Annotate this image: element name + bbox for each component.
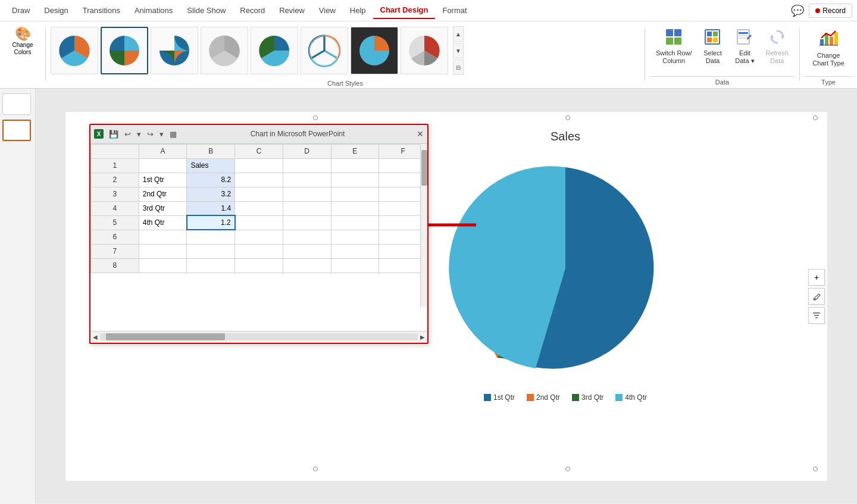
slide-thumbnail-2[interactable]: [2, 120, 31, 141]
cell-7c[interactable]: [235, 244, 283, 258]
tab-slideshow[interactable]: Slide Show: [180, 2, 233, 18]
excel-scroll-left-arrow[interactable]: ◀: [93, 334, 98, 340]
cell-8b[interactable]: [187, 258, 235, 273]
pie-chart[interactable]: [446, 149, 684, 387]
slide-thumbnail-1[interactable]: [2, 93, 31, 115]
cell-2a[interactable]: 1st Qtr: [139, 173, 187, 187]
tab-transitions[interactable]: Transitions: [76, 2, 127, 18]
cell-2c[interactable]: [235, 173, 283, 187]
cell-3e[interactable]: [331, 187, 379, 201]
cell-1c[interactable]: [235, 158, 283, 173]
cell-7a[interactable]: [139, 244, 187, 258]
cell-1b[interactable]: Sales: [187, 158, 235, 173]
gallery-more-arrow[interactable]: ⊟: [453, 60, 464, 75]
change-chart-type-button[interactable]: ChangeChart Type: [808, 26, 849, 70]
cell-7b[interactable]: [187, 244, 235, 258]
cell-3c[interactable]: [235, 187, 283, 201]
row-6-header: 6: [91, 230, 139, 244]
excel-redo-icon[interactable]: ↪: [145, 129, 155, 139]
cell-4d[interactable]: [283, 201, 331, 215]
edit-data-button[interactable]: EditData ▾: [730, 26, 759, 67]
cell-5a[interactable]: 4th Qtr: [139, 215, 187, 230]
cell-3a[interactable]: 2nd Qtr: [139, 187, 187, 201]
tab-view[interactable]: View: [312, 2, 343, 18]
chart-style-4[interactable]: [201, 27, 248, 74]
cell-4b[interactable]: 1.4: [187, 201, 235, 215]
excel-scrollbar-vertical[interactable]: [420, 144, 427, 307]
cell-1d[interactable]: [283, 158, 331, 173]
cell-4e[interactable]: [331, 201, 379, 215]
chat-icon[interactable]: 💬: [791, 4, 804, 17]
filter-button[interactable]: [808, 307, 825, 324]
cell-7d[interactable]: [283, 244, 331, 258]
col-header-c[interactable]: C: [235, 144, 283, 158]
col-header-e[interactable]: E: [331, 144, 379, 158]
cell-2b[interactable]: 8.2: [187, 173, 235, 187]
record-button[interactable]: Record: [809, 4, 852, 18]
chart-style-7[interactable]: [351, 27, 398, 74]
chart-style-2[interactable]: [101, 27, 148, 74]
add-element-button[interactable]: +: [808, 269, 825, 286]
cell-6b[interactable]: [187, 230, 235, 244]
tab-design[interactable]: Design: [37, 2, 75, 18]
cell-4c[interactable]: [235, 201, 283, 215]
cell-8d[interactable]: [283, 258, 331, 273]
col-header-b[interactable]: B: [187, 144, 235, 158]
excel-table-container: A B C D E F 1 S: [90, 144, 427, 331]
tab-animations[interactable]: Animations: [127, 2, 180, 18]
legend-item-3rd-qtr: 3rd Qtr: [572, 393, 603, 402]
excel-scroll-right-arrow[interactable]: ▶: [420, 334, 425, 340]
svg-rect-14: [739, 32, 748, 34]
tab-help[interactable]: Help: [343, 2, 373, 18]
excel-undo-icon[interactable]: ↩: [123, 129, 133, 139]
cell-1a[interactable]: [139, 158, 187, 173]
cell-3b[interactable]: 3.2: [187, 187, 235, 201]
excel-close-button[interactable]: ✕: [417, 129, 424, 139]
chart-style-5[interactable]: [251, 27, 298, 74]
excel-scrollbar-horizontal[interactable]: [100, 333, 418, 340]
excel-redo-dropdown-icon[interactable]: ▾: [158, 129, 165, 139]
cell-8a[interactable]: [139, 258, 187, 273]
cell-6c[interactable]: [235, 230, 283, 244]
cell-5d[interactable]: [283, 215, 331, 230]
chart-style-8[interactable]: [401, 27, 448, 74]
chart-style-3[interactable]: [151, 27, 198, 74]
cell-2e[interactable]: [331, 173, 379, 187]
gallery-down-arrow[interactable]: ▼: [453, 43, 464, 58]
edit-data-icon: [736, 29, 753, 48]
chart-style-6[interactable]: [301, 27, 348, 74]
change-colors-button[interactable]: 🎨 ChangeColors: [10, 24, 35, 58]
cell-2d[interactable]: [283, 173, 331, 187]
select-data-button[interactable]: SelectData: [698, 26, 727, 67]
chart-style-1[interactable]: [51, 27, 98, 74]
tab-format[interactable]: Format: [435, 2, 474, 18]
cell-6a[interactable]: [139, 230, 187, 244]
cell-1e[interactable]: [331, 158, 379, 173]
cell-7e[interactable]: [331, 244, 379, 258]
cell-5b[interactable]: 1.2: [187, 215, 235, 230]
excel-table-icon[interactable]: ▦: [168, 129, 179, 139]
cell-5e[interactable]: [331, 215, 379, 230]
tab-review[interactable]: Review: [272, 2, 312, 18]
svg-rect-16: [739, 37, 748, 39]
tab-draw[interactable]: Draw: [5, 2, 37, 18]
cell-4a[interactable]: 3rd Qtr: [139, 201, 187, 215]
col-header-d[interactable]: D: [283, 144, 331, 158]
cell-6d[interactable]: [283, 230, 331, 244]
cell-6e[interactable]: [331, 230, 379, 244]
select-data-icon: [704, 29, 721, 48]
gallery-up-arrow[interactable]: ▲: [453, 26, 464, 42]
tab-chart-design[interactable]: Chart Design: [373, 2, 436, 19]
col-header-a[interactable]: A: [139, 144, 187, 158]
tab-record[interactable]: Record: [233, 2, 272, 18]
style-brush-button[interactable]: [808, 288, 825, 305]
cell-8c[interactable]: [235, 258, 283, 273]
table-row: 8: [91, 258, 427, 273]
switch-row-col-button[interactable]: Switch Row/Column: [652, 26, 696, 67]
cell-8e[interactable]: [331, 258, 379, 273]
excel-undo-dropdown-icon[interactable]: ▾: [135, 129, 143, 139]
excel-save-icon[interactable]: 💾: [107, 129, 120, 139]
cell-5c[interactable]: [235, 215, 283, 230]
cell-3d[interactable]: [283, 187, 331, 201]
excel-bottom-bar: ◀ ▶: [90, 331, 427, 343]
